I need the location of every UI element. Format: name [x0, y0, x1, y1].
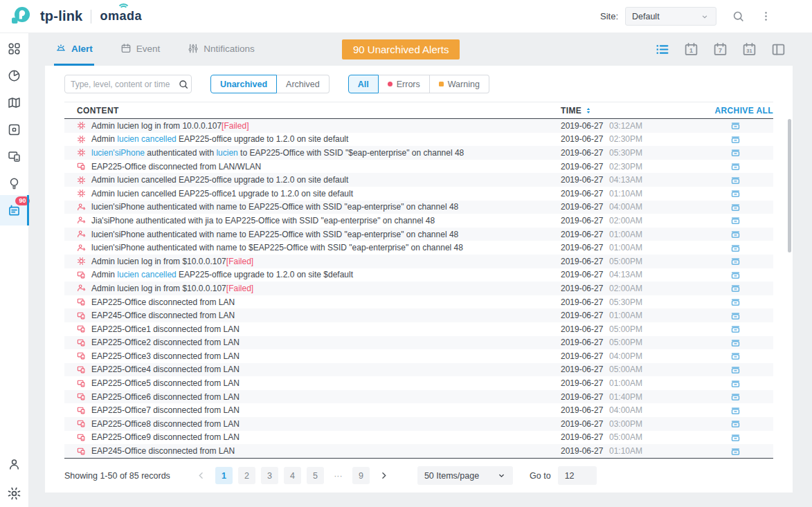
alert-link[interactable]: lucien cancelled [117, 134, 176, 144]
failed-flag: [Failed] [226, 284, 253, 293]
tab-alert[interactable]: Alert [54, 33, 94, 66]
kebab-menu-icon[interactable] [760, 10, 772, 22]
alert-type-device-icon [77, 419, 86, 428]
tab-event[interactable]: Event [119, 33, 162, 66]
prev-page-button[interactable] [192, 467, 210, 484]
day-view-icon[interactable]: 1 [684, 42, 698, 57]
alert-row: EAP245-Office disconnected from LAN2019-… [64, 444, 773, 458]
archive-button[interactable] [697, 256, 773, 266]
calendar-icon [120, 43, 132, 54]
items-per-page-select[interactable]: 50 Items/page [417, 466, 513, 485]
alert-date: 2019-06-27 [561, 162, 609, 172]
alert-link[interactable]: lucien [216, 148, 237, 158]
archive-button[interactable] [697, 365, 773, 375]
archive-button[interactable] [697, 405, 773, 416]
archive-button[interactable] [697, 351, 773, 361]
alert-message: EAP225-Office5 disconnected from LAN [91, 378, 240, 388]
svg-text:7: 7 [719, 47, 722, 54]
search-input[interactable] [71, 80, 178, 89]
filter-unarchived-button[interactable]: Unarchived [210, 75, 277, 93]
sidebar-item-map[interactable] [0, 94, 29, 111]
alert-message: lucien'siPhone authenticated with lucien… [91, 148, 464, 158]
page-button-5[interactable]: 5 [307, 467, 324, 484]
archive-button[interactable] [697, 134, 773, 145]
archive-button[interactable] [697, 215, 773, 225]
sidebar-item-account[interactable] [0, 456, 29, 472]
archive-button[interactable] [697, 432, 773, 443]
brand-name: tp-link [40, 8, 82, 24]
page-button-3[interactable]: 3 [261, 467, 278, 484]
archive-button[interactable] [697, 229, 773, 239]
filter-all-button[interactable]: All [348, 75, 379, 93]
archive-button[interactable] [697, 311, 773, 321]
filter-errors-button[interactable]: Errors [379, 75, 430, 93]
archive-button[interactable] [697, 175, 773, 185]
archive-button[interactable] [697, 338, 773, 348]
sidebar-item-dashboard[interactable] [0, 40, 29, 57]
archive-button[interactable] [697, 378, 773, 389]
next-page-button[interactable] [375, 467, 393, 484]
alert-text: EAP225-Office7 disconnected from LAN [91, 405, 240, 415]
archive-button[interactable] [697, 283, 773, 293]
alert-time: 05:00PM [609, 257, 697, 266]
page-button-9[interactable]: 9 [352, 467, 370, 484]
sidebar-item-clients[interactable] [0, 148, 29, 165]
week-view-icon[interactable]: 7 [713, 42, 728, 57]
month-view-icon[interactable]: 31 [742, 42, 757, 57]
site-select[interactable]: Default [625, 7, 716, 26]
archive-button[interactable] [697, 297, 773, 307]
archive-button[interactable] [697, 161, 773, 172]
time-column-header[interactable]: TIME [561, 106, 697, 116]
archive-button[interactable] [697, 243, 773, 253]
level-filter-group: AllErrorsWarning [348, 75, 489, 93]
panel-view-icon[interactable] [771, 42, 786, 57]
alert-row: EAP225-Office9 disconnected from LAN2019… [64, 431, 773, 445]
alert-link[interactable]: lucien'siPhone [91, 148, 145, 158]
list-view-icon[interactable] [655, 42, 669, 57]
alert-message: Admin lucien log in from $10.0.0.107[Fai… [91, 257, 253, 266]
page-button-1[interactable]: 1 [215, 467, 233, 484]
filter-label: Warning [448, 80, 480, 89]
search-icon[interactable] [178, 79, 189, 90]
archive-button[interactable] [697, 391, 773, 402]
goto-page-input[interactable] [558, 466, 597, 485]
alert-row: EAP225-Office disconnected from LAN/WLAN… [64, 160, 773, 174]
sidebar-item-devices[interactable] [0, 121, 29, 138]
archive-button[interactable] [697, 418, 773, 429]
archive-button[interactable] [697, 324, 773, 334]
archive-button[interactable] [697, 120, 773, 131]
sidebar-item-statistics[interactable] [0, 67, 29, 84]
archive-all-button[interactable]: ARCHIVE ALL [697, 106, 773, 116]
page-button-4[interactable]: 4 [284, 467, 301, 484]
alert-time: 04:00PM [609, 351, 697, 361]
unarchived-alerts-banner[interactable]: 90 Unarchived Alerts [342, 39, 460, 59]
filter-archived-button[interactable]: Archived [277, 75, 330, 93]
sort-icon[interactable] [584, 107, 593, 115]
search-icon[interactable] [732, 10, 745, 23]
sidebar-item-settings[interactable] [0, 485, 29, 501]
table-bottom-border [64, 458, 773, 459]
sidebar: 90 [0, 33, 29, 507]
filter-warning-button[interactable]: Warning [430, 75, 489, 93]
archive-button[interactable] [697, 147, 773, 158]
sidebar-item-log[interactable]: 90 [0, 195, 29, 225]
alert-text: EAP225-Office6 disconnected from LAN [91, 392, 240, 402]
sidebar-item-insight[interactable] [0, 175, 29, 192]
tab-nntifications[interactable]: Nntifications [186, 33, 256, 66]
failed-flag: [Failed] [226, 257, 253, 266]
archive-button[interactable] [697, 446, 773, 457]
archive-button[interactable] [697, 270, 773, 280]
account-icon [7, 457, 21, 472]
archive-button[interactable] [697, 202, 773, 212]
archive-button[interactable] [697, 188, 773, 199]
alert-link[interactable]: lucien cancelled [117, 270, 176, 279]
alert-row: EAP225-Office1 disconnected from LAN2019… [64, 322, 773, 336]
alert-text: EAP245-Office disconnected from LAN [91, 446, 235, 456]
page-button-2[interactable]: 2 [238, 467, 255, 484]
alert-text: Jia'siPhone authenticated with jia to EA… [91, 216, 435, 225]
alert-message: EAP225-Office disconnected from LAN/WLAN [91, 162, 261, 172]
scrollbar-thumb[interactable] [788, 119, 791, 252]
alert-type-gear-icon [77, 189, 86, 198]
failed-flag: [Failed] [222, 121, 249, 131]
alert-time: 01:00AM [609, 230, 697, 239]
